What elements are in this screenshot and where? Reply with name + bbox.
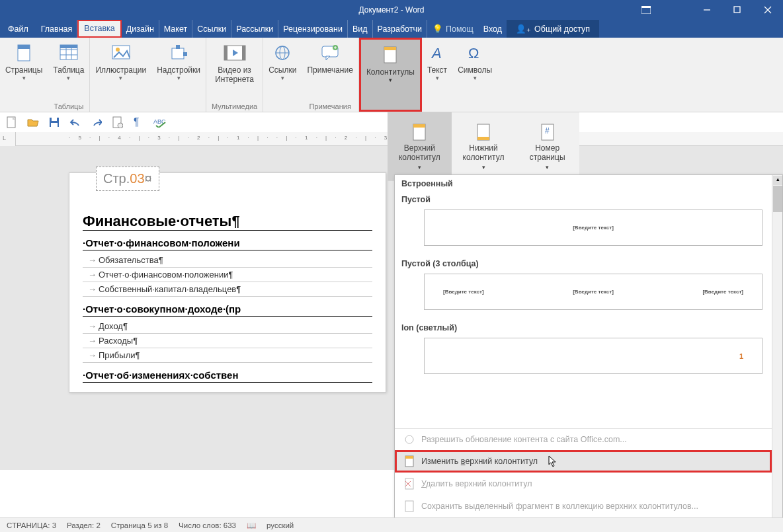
tell-me[interactable]: 💡Помощ bbox=[427, 24, 479, 34]
tab-insert[interactable]: Вставка bbox=[77, 20, 121, 38]
svg-rect-17 bbox=[176, 45, 180, 49]
addins-group[interactable]: Надстройки ▾ bbox=[151, 38, 206, 112]
share-button[interactable]: 👤₊Общий доступ bbox=[507, 20, 599, 38]
edit-header[interactable]: Изменить верхний колонтитул bbox=[395, 450, 772, 473]
remove-header-icon bbox=[404, 478, 415, 490]
illustrations-icon bbox=[111, 44, 131, 61]
status-language[interactable]: русский bbox=[267, 521, 294, 529]
svg-rect-16 bbox=[172, 48, 184, 59]
spelling-icon[interactable]: ABC bbox=[153, 116, 167, 129]
vertical-ruler[interactable] bbox=[0, 146, 16, 470]
svg-rect-46 bbox=[413, 124, 425, 128]
status-page-of[interactable]: Страница 5 из 8 bbox=[111, 521, 168, 529]
tab-layout[interactable]: Макет bbox=[159, 20, 192, 38]
gallery-category: Встроенный bbox=[395, 175, 782, 191]
svg-rect-20 bbox=[224, 46, 227, 60]
svg-rect-53 bbox=[405, 456, 413, 459]
document-title: Документ2 - Word bbox=[358, 5, 424, 15]
pages-icon bbox=[16, 44, 32, 61]
paragraph-marks-icon[interactable]: ¶ bbox=[132, 116, 145, 129]
undo-icon[interactable] bbox=[69, 116, 82, 129]
tab-home[interactable]: Главная bbox=[36, 20, 78, 38]
new-doc-icon[interactable] bbox=[5, 116, 19, 129]
status-word-count[interactable]: Число слов: 633 bbox=[179, 521, 236, 529]
svg-rect-39 bbox=[52, 118, 57, 121]
header-dropdown[interactable]: Верхний колонтитул▾ bbox=[388, 112, 452, 180]
svg-rect-18 bbox=[183, 52, 187, 56]
svg-marker-54 bbox=[549, 456, 556, 467]
comment-group[interactable]: Примечание Примечания bbox=[302, 38, 358, 112]
remove-header[interactable]: Удалить верхний колонтитул bbox=[395, 473, 772, 495]
heading-2: ·Отчет·об·изменениях·собствен bbox=[83, 369, 372, 383]
tab-file[interactable]: Файл bbox=[0, 20, 36, 38]
symbols-group[interactable]: Ω Символы ▾ bbox=[452, 38, 497, 112]
gallery-thumb-ion-light[interactable]: 1 bbox=[424, 338, 762, 374]
gallery-item-blank3[interactable]: Пустой (3 столбца) bbox=[395, 255, 782, 271]
svg-rect-3 bbox=[734, 7, 740, 13]
list-item: Собственный·капитал·владельцев¶ bbox=[83, 282, 372, 297]
links-icon bbox=[274, 44, 291, 61]
tab-review[interactable]: Рецензировани bbox=[278, 20, 348, 38]
svg-rect-7 bbox=[18, 45, 30, 49]
svg-marker-37 bbox=[28, 120, 38, 126]
gallery-scrollbar[interactable]: ▴ bbox=[772, 175, 782, 517]
gallery-thumb-blank[interactable]: [Введите текст] bbox=[424, 209, 762, 246]
table-group[interactable]: Таблица ▾ Таблицы bbox=[48, 38, 90, 112]
tab-references[interactable]: Ссылки bbox=[192, 20, 231, 38]
header-footer-group[interactable]: Колонтитулы ▾ bbox=[359, 38, 422, 112]
table-icon bbox=[60, 44, 78, 61]
status-bar: СТРАНИЦА: 3 Раздел: 2 Страница 5 из 8 Чи… bbox=[0, 517, 783, 532]
sign-in[interactable]: Вход bbox=[479, 20, 507, 38]
video-group[interactable]: Видео из Интернета Мультимедиа bbox=[206, 38, 263, 112]
status-page[interactable]: СТРАНИЦА: 3 bbox=[7, 521, 56, 529]
gallery-thumb-blank3[interactable]: [Введите текст][Введите текст][Введите т… bbox=[424, 274, 762, 310]
title-bar: Документ2 - Word bbox=[0, 0, 783, 20]
header-gallery: ▴ Встроенный Пустой [Введите текст] Пуст… bbox=[394, 174, 783, 518]
tab-design[interactable]: Дизайн bbox=[122, 20, 159, 38]
header-footer-icon bbox=[382, 46, 398, 63]
page-setup-icon[interactable] bbox=[111, 116, 124, 129]
tab-mailings[interactable]: Рассылки bbox=[231, 20, 278, 38]
header-content[interactable]: Стр.03¤ bbox=[96, 167, 159, 191]
redo-icon[interactable] bbox=[90, 116, 103, 129]
tab-developer[interactable]: Разработчи bbox=[373, 20, 427, 38]
gallery-item-blank[interactable]: Пустой bbox=[395, 191, 782, 207]
footer-icon bbox=[475, 123, 491, 141]
links-group[interactable]: Ссылки ▾ bbox=[263, 38, 302, 112]
maximize-button[interactable] bbox=[722, 0, 753, 20]
ribbon-display-options[interactable] bbox=[631, 0, 661, 20]
pages-group[interactable]: Страницы ▾ bbox=[0, 38, 48, 112]
svg-text:¶: ¶ bbox=[134, 116, 140, 128]
save-selection-to-gallery[interactable]: Сохранить выделенный фрагмент в коллекци… bbox=[395, 495, 772, 517]
ruler-corner: L bbox=[0, 132, 16, 146]
text-icon: A bbox=[429, 44, 445, 61]
page: Стр.03¤ Финансовые·отчеты¶ ·Отчет·о·фина… bbox=[69, 172, 386, 393]
enable-office-updates[interactable]: Разрешить обновление контента с сайта Of… bbox=[395, 429, 772, 450]
heading-2: ·Отчет·о·финансовом·положени bbox=[83, 237, 372, 250]
list-item: Расходы¶ bbox=[83, 334, 372, 348]
open-icon[interactable] bbox=[26, 116, 40, 129]
text-group[interactable]: A Текст ▾ bbox=[422, 38, 452, 112]
page-number-dropdown[interactable]: # Номер страницы▾ bbox=[515, 112, 579, 180]
close-button[interactable] bbox=[753, 0, 783, 20]
svg-text:Ω: Ω bbox=[468, 45, 479, 61]
svg-rect-55 bbox=[405, 478, 413, 489]
svg-rect-40 bbox=[51, 123, 58, 127]
status-section[interactable]: Раздел: 2 bbox=[67, 521, 101, 529]
illustrations-group[interactable]: Иллюстрации ▾ bbox=[90, 38, 151, 112]
list-item: Прибыли¶ bbox=[83, 348, 372, 363]
list-item: Отчет·о·финансовом·положении¶ bbox=[83, 268, 372, 282]
svg-rect-58 bbox=[405, 501, 413, 512]
svg-text:#: # bbox=[545, 126, 550, 135]
svg-rect-48 bbox=[477, 137, 489, 140]
save-icon[interactable] bbox=[48, 116, 61, 129]
svg-point-42 bbox=[118, 123, 123, 128]
cursor-icon bbox=[548, 455, 557, 467]
footer-dropdown[interactable]: Нижний колонтитул▾ bbox=[452, 112, 516, 180]
tab-view[interactable]: Вид bbox=[348, 20, 373, 38]
minimize-button[interactable] bbox=[692, 0, 722, 20]
gallery-item-ion-light[interactable]: Ion (светлый) bbox=[395, 319, 782, 335]
comment-icon bbox=[321, 44, 339, 61]
proofing-icon[interactable]: 📖 bbox=[247, 521, 256, 530]
symbols-icon: Ω bbox=[467, 44, 483, 61]
